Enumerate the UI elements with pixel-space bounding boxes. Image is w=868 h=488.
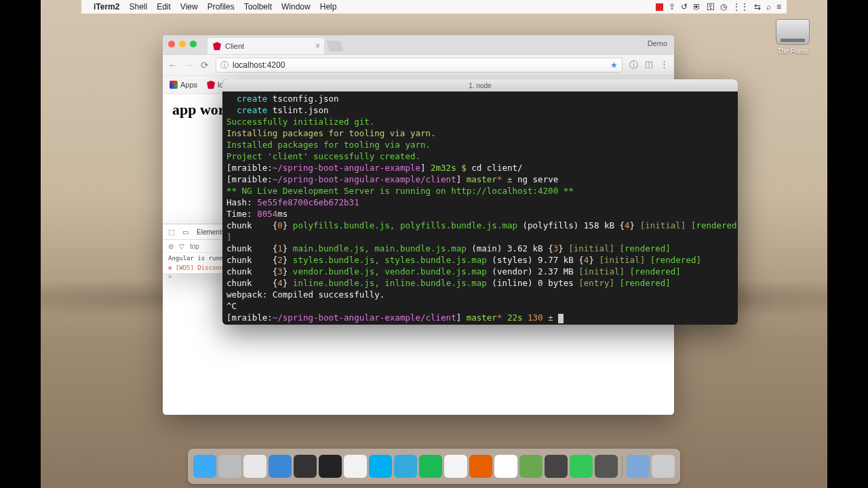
url-text: localhost:4200 xyxy=(233,60,285,70)
dock-app-camtasia[interactable] xyxy=(519,455,542,478)
site-info-icon[interactable]: ⓘ xyxy=(220,60,229,71)
sync-icon[interactable]: ↺ xyxy=(681,2,688,12)
devtools-clear-icon[interactable]: ⊘ xyxy=(168,243,174,250)
devtools-tab-elements[interactable]: Elements xyxy=(197,228,225,236)
extension-icon[interactable]: ⓘ xyxy=(629,59,638,71)
dock-app-intellij[interactable] xyxy=(294,455,317,478)
devtools-device-icon[interactable]: ▭ xyxy=(182,228,189,236)
iterm-window[interactable]: 1. node create tsconfig.json create tsli… xyxy=(222,79,738,325)
menu-item-window[interactable]: Window xyxy=(281,2,311,12)
minimize-icon[interactable] xyxy=(179,41,186,47)
macos-dock xyxy=(188,449,680,484)
menu-item-view[interactable]: View xyxy=(180,2,198,12)
shield-icon[interactable]: ⛨ xyxy=(693,2,701,12)
dock-app-terminal[interactable] xyxy=(319,455,342,478)
dock-app-finder[interactable] xyxy=(193,455,216,478)
menu-item-edit[interactable]: Edit xyxy=(157,2,171,12)
error-icon: ⊗ xyxy=(168,264,176,271)
dropbox-icon[interactable]: ⇪ xyxy=(669,2,675,12)
devtools-context-select[interactable]: top xyxy=(190,243,199,250)
chrome-profile-label[interactable]: Demo xyxy=(648,39,667,47)
dock-app-github[interactable] xyxy=(545,455,568,478)
network-icon[interactable]: ⇆ xyxy=(754,2,761,12)
chrome-tabbar: Client × Demo xyxy=(163,35,674,54)
new-tab-button[interactable] xyxy=(326,41,343,52)
macos-desktop: iTerm2 ShellEditViewProfilesToolbeltWind… xyxy=(41,0,827,488)
dock-app-trash[interactable] xyxy=(652,455,675,478)
dock-app-safari[interactable] xyxy=(243,455,267,478)
menu-item-help[interactable]: Help xyxy=(320,2,337,12)
letterbox-right xyxy=(827,0,868,488)
menu-item-toolbelt[interactable]: Toolbelt xyxy=(244,2,272,12)
letterbox-left xyxy=(0,0,41,488)
apps-bookmarks-icon[interactable]: Apps xyxy=(170,81,197,89)
search-icon[interactable]: ⌕ xyxy=(766,2,771,12)
dock-app-spotify[interactable] xyxy=(419,455,442,478)
dock-app-calendar[interactable] xyxy=(494,455,517,478)
desktop-drive-label: The Force xyxy=(768,47,818,55)
url-input[interactable]: ⓘ localhost:4200 ★ xyxy=(216,58,623,73)
terminal-output[interactable]: create tsconfig.json create tslint.jsonS… xyxy=(222,92,738,325)
dock-separator xyxy=(622,456,623,476)
window-controls xyxy=(168,41,197,47)
menu-icon[interactable]: ≡ xyxy=(776,2,781,12)
clock-icon[interactable]: ◷ xyxy=(720,2,727,12)
iterm-title: 1. node xyxy=(469,82,491,89)
menubar-status: ⇪ ↺ ⛨ ⚿ ◷ ⋮⋮ ⇆ ⌕ ≡ xyxy=(656,2,781,12)
tab-title: Client xyxy=(225,42,244,50)
maximize-icon[interactable] xyxy=(190,41,197,47)
iterm-titlebar: 1. node xyxy=(222,79,738,92)
angular-favicon-icon xyxy=(213,42,221,50)
dock-app-preview[interactable] xyxy=(595,455,618,478)
close-icon[interactable] xyxy=(168,41,175,47)
browser-tab[interactable]: Client × xyxy=(208,38,324,54)
wifi-icon[interactable]: ⋮⋮ xyxy=(732,2,749,12)
dock-app-telegram[interactable] xyxy=(394,455,417,478)
back-button-icon[interactable]: ← xyxy=(168,60,178,70)
bookmark-star-icon[interactable]: ★ xyxy=(610,60,618,70)
dock-app-launchpad[interactable] xyxy=(218,455,241,478)
extension-shield-icon[interactable]: ◫ xyxy=(645,59,653,71)
dock-app-slack[interactable] xyxy=(344,455,367,478)
devtools-filter-icon[interactable]: ▽ xyxy=(179,243,184,250)
chrome-menu-icon[interactable]: ⋮ xyxy=(660,59,669,71)
reload-button-icon[interactable]: ⟳ xyxy=(201,60,209,70)
dock-app-skype[interactable] xyxy=(369,455,392,478)
menubar: iTerm2 ShellEditViewProfilesToolbeltWind… xyxy=(81,0,787,14)
menu-item-profiles[interactable]: Profiles xyxy=(208,2,235,12)
devtools-inspect-icon[interactable]: ⬚ xyxy=(168,228,174,236)
close-tab-icon[interactable]: × xyxy=(315,41,320,51)
forward-button-icon[interactable]: → xyxy=(184,60,194,70)
chrome-toolbar: ← → ⟳ ⓘ localhost:4200 ★ ⓘ ◫ ⋮ xyxy=(163,54,674,76)
dock-app-messages[interactable] xyxy=(570,455,593,478)
dock-app-chrome[interactable] xyxy=(444,455,467,478)
key-icon[interactable]: ⚿ xyxy=(707,2,715,12)
dock-app-mail[interactable] xyxy=(269,455,292,478)
menu-app-name[interactable]: iTerm2 xyxy=(94,2,119,12)
dock-app-folder[interactable] xyxy=(627,455,650,478)
desktop-drive-icon[interactable]: The Force xyxy=(768,19,818,55)
dock-app-firefox[interactable] xyxy=(469,455,492,478)
recording-status-icon[interactable] xyxy=(656,3,663,11)
hard-disk-icon xyxy=(776,19,810,45)
menu-item-shell[interactable]: Shell xyxy=(129,2,147,12)
